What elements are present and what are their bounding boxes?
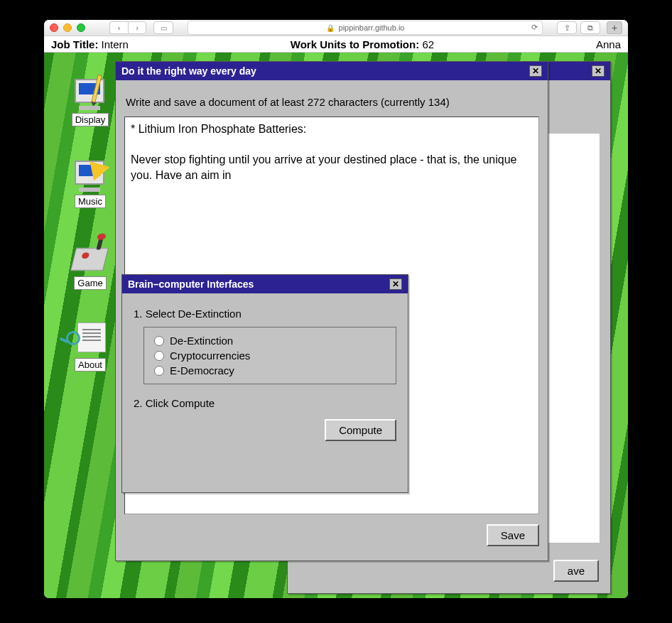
minimize-icon[interactable] [63, 23, 72, 32]
maximize-icon[interactable] [77, 23, 85, 32]
browser-window: ‹ › ▭ pippinbarr.github.io ⟳ ⇪ ⧉ + Job T… [44, 20, 628, 598]
radio-icon [154, 366, 164, 376]
display-icon[interactable]: Display [63, 76, 118, 126]
window-controls [50, 23, 85, 32]
icon-label: Music [75, 195, 106, 208]
save-button[interactable]: ave [553, 560, 599, 582]
brain-window: Brain–computer Interfaces ✕ 1. Select De… [121, 274, 408, 493]
window-title: Do it the right way every day [121, 65, 256, 77]
radio-label: E-Democracy [170, 364, 234, 376]
job-title-value: Intern [102, 38, 129, 50]
url-text: pippinbarr.github.io [339, 23, 405, 32]
lock-icon [326, 23, 335, 32]
tab-overview-button[interactable]: ▭ [153, 21, 173, 34]
icon-label: About [75, 358, 106, 372]
promotion-value: 62 [422, 38, 434, 50]
reload-icon[interactable]: ⟳ [531, 23, 538, 32]
back-button[interactable]: ‹ [109, 21, 128, 34]
close-icon[interactable]: ✕ [592, 65, 605, 77]
radio-icon [154, 336, 164, 346]
close-icon[interactable] [50, 23, 58, 32]
titlebar: ‹ › ▭ pippinbarr.github.io ⟳ ⇪ ⧉ + [44, 20, 628, 36]
desktop: Display Music Game About ✕ ave [44, 53, 628, 598]
window-titlebar[interactable]: Do it the right way every day ✕ [116, 62, 548, 80]
share-button[interactable]: ⇪ [557, 21, 577, 34]
promotion-label: Work Units to Promotion: [291, 38, 419, 50]
forward-button[interactable]: › [128, 21, 146, 34]
radio-option-de-extinction[interactable]: De-Extinction [154, 333, 386, 348]
window-titlebar[interactable]: Brain–computer Interfaces ✕ [122, 275, 408, 293]
job-title: Job Title: Intern [51, 38, 129, 50]
icon-label: Display [72, 113, 109, 126]
url-bar[interactable]: pippinbarr.github.io ⟳ [188, 21, 543, 35]
toolbar-right: ⇪ ⧉ + [557, 21, 622, 34]
radio-option-e-democracy[interactable]: E-Democracy [154, 363, 386, 378]
window-title: Brain–computer Interfaces [128, 278, 254, 290]
desktop-icons: Display Music Game About [63, 76, 118, 372]
about-icon[interactable]: About [63, 321, 118, 372]
game-icon[interactable]: Game [63, 239, 118, 290]
promotion-counter: Work Units to Promotion: 62 [291, 38, 434, 50]
step-2-label: 2. Click Compute [134, 397, 396, 409]
radio-icon [154, 351, 164, 361]
step-1-label: 1. Select De-Extinction [134, 308, 396, 320]
instruction-text: Write and save a document of at least 27… [126, 96, 539, 108]
radio-label: De-Extinction [170, 335, 233, 347]
radio-option-cryptocurrencies[interactable]: Cryptocurrencies [154, 348, 386, 363]
job-title-label: Job Title: [51, 38, 98, 50]
radio-group: De-Extinction Cryptocurrencies E-Democra… [143, 327, 396, 384]
nav-buttons: ‹ › [109, 21, 146, 34]
icon-label: Game [74, 276, 106, 290]
tabs-button[interactable]: ⧉ [580, 21, 600, 34]
username: Anna [596, 38, 621, 50]
game-status-bar: Job Title: Intern Work Units to Promotio… [44, 36, 628, 53]
new-tab-button[interactable]: + [607, 21, 622, 34]
compute-button[interactable]: Compute [325, 419, 396, 441]
close-icon[interactable]: ✕ [389, 278, 402, 290]
radio-label: Cryptocurrencies [170, 350, 250, 362]
save-button[interactable]: Save [487, 524, 539, 546]
music-icon[interactable]: Music [63, 158, 118, 208]
close-icon[interactable]: ✕ [529, 65, 542, 77]
